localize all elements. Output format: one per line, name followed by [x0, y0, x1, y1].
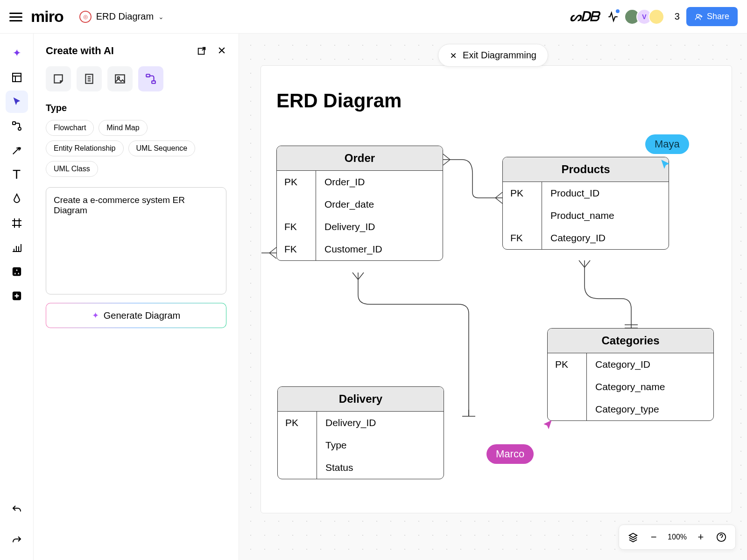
exit-diagramming-button[interactable]: Exit Diagramming — [438, 44, 548, 67]
frame-tool-icon[interactable] — [6, 212, 28, 234]
activity-icon[interactable] — [605, 8, 621, 25]
type-chips: Flowchart Mind Map Entity Relationship U… — [46, 120, 226, 177]
arrow-tool-icon[interactable] — [6, 139, 28, 161]
zoom-in-button[interactable]: + — [692, 529, 709, 546]
collaborator-avatars[interactable]: V — [628, 9, 664, 25]
canvas[interactable]: Exit Diagramming ERD Diagram Order PKOrd… — [239, 34, 747, 560]
reactions-icon[interactable]: ᔕᗞᗷ — [570, 9, 598, 25]
top-bar: miro ◎ ERD Diagram ⌄ ᔕᗞᗷ V 3 Share — [0, 0, 747, 34]
miro-logo: miro — [31, 7, 63, 26]
entity-header: Categories — [548, 329, 713, 353]
avatar — [648, 9, 664, 25]
target-icon: ◎ — [79, 11, 92, 23]
sparkle-icon: ✦ — [92, 310, 99, 321]
layers-icon[interactable] — [625, 529, 641, 546]
share-button[interactable]: Share — [686, 7, 738, 26]
ai-tab-sticky[interactable] — [46, 66, 71, 91]
zoom-out-button[interactable]: − — [645, 529, 662, 546]
close-icon[interactable] — [217, 46, 226, 56]
ai-sparkle-icon[interactable]: ✦ — [6, 42, 28, 64]
pen-tool-icon[interactable] — [6, 188, 28, 210]
entity-products[interactable]: Products PKProduct_ID Product_name FKCat… — [502, 157, 669, 250]
collaborator-cursor-maya: Maya — [645, 134, 689, 154]
panel-title: Create with AI — [46, 45, 114, 57]
entity-header: Order — [277, 146, 443, 171]
template-icon[interactable] — [6, 66, 28, 89]
collaborator-cursor-marco: Marco — [486, 444, 534, 464]
type-chip[interactable]: UML Sequence — [128, 140, 196, 156]
type-chip[interactable]: Entity Relationship — [46, 140, 124, 156]
svg-rect-1 — [13, 73, 21, 82]
entity-header: Delivery — [278, 387, 444, 412]
chart-tool-icon[interactable] — [6, 236, 28, 259]
collaborator-count: 3 — [675, 11, 680, 22]
diagram-tool-icon[interactable] — [6, 115, 28, 137]
zoom-percent[interactable]: 100% — [666, 533, 689, 541]
svg-rect-20 — [152, 81, 155, 83]
redo-icon[interactable] — [6, 529, 28, 552]
type-chip[interactable]: Mind Map — [99, 120, 147, 136]
add-tool-icon[interactable] — [6, 285, 28, 307]
type-label: Type — [46, 103, 226, 113]
svg-rect-4 — [13, 122, 15, 125]
entity-order[interactable]: Order PKOrder_ID Order_date FKDelivery_I… — [276, 146, 443, 261]
menu-icon[interactable] — [9, 10, 22, 23]
notification-dot — [616, 9, 620, 13]
frame-title: ERD Diagram — [276, 90, 402, 112]
undo-icon[interactable] — [6, 498, 28, 521]
cursor-tool-icon[interactable] — [6, 91, 28, 113]
ai-tab-image[interactable] — [107, 66, 133, 91]
ai-tab-doc[interactable] — [77, 66, 102, 91]
svg-rect-19 — [146, 74, 150, 77]
board-selector[interactable]: ◎ ERD Diagram ⌄ — [75, 8, 169, 26]
board-name: ERD Diagram — [96, 11, 154, 22]
ai-tab-diagram[interactable] — [138, 66, 163, 91]
chevron-down-icon: ⌄ — [158, 13, 164, 21]
prompt-input[interactable] — [46, 187, 226, 294]
svg-rect-10 — [12, 267, 21, 276]
svg-point-0 — [697, 14, 699, 17]
svg-point-5 — [18, 127, 21, 130]
expand-icon[interactable] — [197, 46, 207, 56]
tool-rail: ✦ T — [0, 34, 34, 560]
generate-diagram-button[interactable]: ✦ Generate Diagram — [46, 303, 226, 328]
type-chip[interactable]: UML Class — [46, 161, 98, 177]
text-tool-icon[interactable]: T — [6, 163, 28, 186]
entity-delivery[interactable]: Delivery PKDelivery_ID Type Status — [277, 386, 444, 479]
entity-header: Products — [503, 157, 669, 182]
help-icon[interactable] — [713, 529, 730, 546]
svg-rect-17 — [115, 75, 125, 83]
entity-categories[interactable]: Categories PKCategory_ID Category_name C… — [547, 328, 714, 421]
zoom-controls: − 100% + — [619, 525, 736, 550]
create-with-ai-panel: Create with AI Ty — [34, 34, 239, 560]
type-chip[interactable]: Flowchart — [46, 120, 94, 136]
apps-tool-icon[interactable] — [6, 260, 28, 283]
